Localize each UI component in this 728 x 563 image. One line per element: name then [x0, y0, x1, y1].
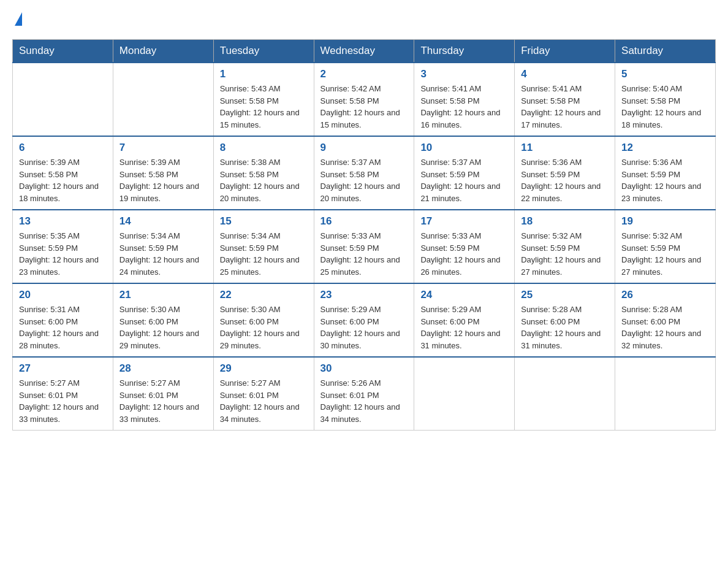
calendar-cell: 3Sunrise: 5:41 AMSunset: 5:58 PMDaylight… — [414, 63, 515, 136]
day-info: Sunrise: 5:29 AMSunset: 6:00 PMDaylight:… — [320, 304, 408, 351]
day-info: Sunrise: 5:30 AMSunset: 6:00 PMDaylight:… — [220, 304, 308, 351]
calendar-cell: 30Sunrise: 5:26 AMSunset: 6:01 PMDayligh… — [314, 357, 414, 431]
calendar-cell: 2Sunrise: 5:42 AMSunset: 5:58 PMDaylight… — [314, 63, 414, 136]
day-info: Sunrise: 5:34 AMSunset: 5:59 PMDaylight:… — [220, 230, 308, 278]
day-of-week-header: Wednesday — [314, 40, 414, 63]
calendar-cell: 9Sunrise: 5:37 AMSunset: 5:58 PMDaylight… — [314, 136, 414, 210]
calendar-cell — [515, 357, 615, 431]
calendar-cell: 26Sunrise: 5:28 AMSunset: 6:00 PMDayligh… — [615, 283, 716, 357]
calendar-cell: 20Sunrise: 5:31 AMSunset: 6:00 PMDayligh… — [13, 283, 113, 357]
week-row: 13Sunrise: 5:35 AMSunset: 5:59 PMDayligh… — [13, 210, 716, 283]
calendar-cell — [615, 357, 716, 431]
day-info: Sunrise: 5:34 AMSunset: 5:59 PMDaylight:… — [119, 230, 207, 278]
day-info: Sunrise: 5:28 AMSunset: 6:00 PMDaylight:… — [621, 304, 709, 351]
logo — [12, 12, 22, 27]
day-number: 27 — [19, 362, 107, 375]
calendar-cell: 7Sunrise: 5:39 AMSunset: 5:58 PMDaylight… — [113, 136, 213, 210]
day-number: 5 — [621, 68, 709, 80]
day-of-week-header: Monday — [113, 40, 213, 63]
calendar-cell — [414, 357, 515, 431]
day-info: Sunrise: 5:41 AMSunset: 5:58 PMDaylight:… — [420, 83, 508, 131]
day-info: Sunrise: 5:41 AMSunset: 5:58 PMDaylight:… — [521, 83, 609, 131]
day-number: 14 — [119, 215, 207, 228]
day-number: 11 — [521, 142, 609, 154]
day-info: Sunrise: 5:38 AMSunset: 5:58 PMDaylight:… — [220, 156, 308, 204]
day-of-week-header: Sunday — [13, 40, 113, 63]
day-info: Sunrise: 5:39 AMSunset: 5:58 PMDaylight:… — [119, 156, 207, 204]
calendar-cell: 24Sunrise: 5:29 AMSunset: 6:00 PMDayligh… — [414, 283, 515, 357]
header-row: SundayMondayTuesdayWednesdayThursdayFrid… — [13, 40, 716, 63]
day-number: 18 — [521, 215, 609, 228]
day-number: 2 — [320, 68, 408, 80]
day-info: Sunrise: 5:43 AMSunset: 5:58 PMDaylight:… — [220, 83, 308, 131]
day-info: Sunrise: 5:36 AMSunset: 5:59 PMDaylight:… — [621, 156, 709, 204]
day-number: 13 — [19, 215, 107, 228]
day-number: 22 — [220, 289, 308, 301]
day-number: 8 — [220, 142, 308, 154]
calendar-cell: 29Sunrise: 5:27 AMSunset: 6:01 PMDayligh… — [213, 357, 314, 431]
day-info: Sunrise: 5:40 AMSunset: 5:58 PMDaylight:… — [621, 83, 709, 131]
calendar-cell: 8Sunrise: 5:38 AMSunset: 5:58 PMDaylight… — [213, 136, 314, 210]
day-number: 25 — [521, 289, 609, 301]
week-row: 1Sunrise: 5:43 AMSunset: 5:58 PMDaylight… — [13, 63, 716, 136]
week-row: 20Sunrise: 5:31 AMSunset: 6:00 PMDayligh… — [13, 283, 716, 357]
day-info: Sunrise: 5:42 AMSunset: 5:58 PMDaylight:… — [320, 83, 408, 131]
day-number: 1 — [220, 68, 308, 80]
day-number: 21 — [119, 289, 207, 301]
day-info: Sunrise: 5:28 AMSunset: 6:00 PMDaylight:… — [521, 304, 609, 351]
day-number: 3 — [420, 68, 508, 80]
day-info: Sunrise: 5:27 AMSunset: 6:01 PMDaylight:… — [19, 377, 107, 425]
day-of-week-header: Saturday — [615, 40, 716, 63]
day-number: 30 — [320, 362, 408, 375]
day-number: 16 — [320, 215, 408, 228]
day-info: Sunrise: 5:39 AMSunset: 5:58 PMDaylight:… — [19, 156, 107, 204]
day-info: Sunrise: 5:37 AMSunset: 5:58 PMDaylight:… — [320, 156, 408, 204]
day-number: 12 — [621, 142, 709, 154]
day-number: 24 — [420, 289, 508, 301]
calendar-cell: 27Sunrise: 5:27 AMSunset: 6:01 PMDayligh… — [13, 357, 113, 431]
calendar-cell: 16Sunrise: 5:33 AMSunset: 5:59 PMDayligh… — [314, 210, 414, 283]
day-number: 26 — [621, 289, 709, 301]
calendar-cell: 1Sunrise: 5:43 AMSunset: 5:58 PMDaylight… — [213, 63, 314, 136]
day-info: Sunrise: 5:37 AMSunset: 5:59 PMDaylight:… — [420, 156, 508, 204]
day-number: 20 — [19, 289, 107, 301]
week-row: 6Sunrise: 5:39 AMSunset: 5:58 PMDaylight… — [13, 136, 716, 210]
calendar-cell: 22Sunrise: 5:30 AMSunset: 6:00 PMDayligh… — [213, 283, 314, 357]
calendar-cell: 23Sunrise: 5:29 AMSunset: 6:00 PMDayligh… — [314, 283, 414, 357]
calendar-cell: 15Sunrise: 5:34 AMSunset: 5:59 PMDayligh… — [213, 210, 314, 283]
day-number: 23 — [320, 289, 408, 301]
day-number: 19 — [621, 215, 709, 228]
day-number: 7 — [119, 142, 207, 154]
calendar-cell — [13, 63, 113, 136]
day-number: 29 — [220, 362, 308, 375]
calendar-cell: 28Sunrise: 5:27 AMSunset: 6:01 PMDayligh… — [113, 357, 213, 431]
day-number: 17 — [420, 215, 508, 228]
day-number: 28 — [119, 362, 207, 375]
day-info: Sunrise: 5:33 AMSunset: 5:59 PMDaylight:… — [320, 230, 408, 278]
day-number: 10 — [420, 142, 508, 154]
day-info: Sunrise: 5:36 AMSunset: 5:59 PMDaylight:… — [521, 156, 609, 204]
calendar-cell: 18Sunrise: 5:32 AMSunset: 5:59 PMDayligh… — [515, 210, 615, 283]
day-info: Sunrise: 5:32 AMSunset: 5:59 PMDaylight:… — [621, 230, 709, 278]
day-info: Sunrise: 5:30 AMSunset: 6:00 PMDaylight:… — [119, 304, 207, 351]
day-info: Sunrise: 5:31 AMSunset: 6:00 PMDaylight:… — [19, 304, 107, 351]
day-of-week-header: Friday — [515, 40, 615, 63]
calendar-cell: 25Sunrise: 5:28 AMSunset: 6:00 PMDayligh… — [515, 283, 615, 357]
calendar-cell: 12Sunrise: 5:36 AMSunset: 5:59 PMDayligh… — [615, 136, 716, 210]
day-info: Sunrise: 5:26 AMSunset: 6:01 PMDaylight:… — [320, 377, 408, 425]
day-info: Sunrise: 5:32 AMSunset: 5:59 PMDaylight:… — [521, 230, 609, 278]
day-info: Sunrise: 5:33 AMSunset: 5:59 PMDaylight:… — [420, 230, 508, 278]
calendar-cell: 6Sunrise: 5:39 AMSunset: 5:58 PMDaylight… — [13, 136, 113, 210]
day-number: 6 — [19, 142, 107, 154]
day-number: 9 — [320, 142, 408, 154]
day-info: Sunrise: 5:29 AMSunset: 6:00 PMDaylight:… — [420, 304, 508, 351]
calendar-cell: 11Sunrise: 5:36 AMSunset: 5:59 PMDayligh… — [515, 136, 615, 210]
calendar-cell: 4Sunrise: 5:41 AMSunset: 5:58 PMDaylight… — [515, 63, 615, 136]
day-info: Sunrise: 5:35 AMSunset: 5:59 PMDaylight:… — [19, 230, 107, 278]
calendar-cell: 13Sunrise: 5:35 AMSunset: 5:59 PMDayligh… — [13, 210, 113, 283]
day-of-week-header: Thursday — [414, 40, 515, 63]
day-info: Sunrise: 5:27 AMSunset: 6:01 PMDaylight:… — [119, 377, 207, 425]
calendar-cell: 5Sunrise: 5:40 AMSunset: 5:58 PMDaylight… — [615, 63, 716, 136]
day-info: Sunrise: 5:27 AMSunset: 6:01 PMDaylight:… — [220, 377, 308, 425]
calendar-cell: 10Sunrise: 5:37 AMSunset: 5:59 PMDayligh… — [414, 136, 515, 210]
